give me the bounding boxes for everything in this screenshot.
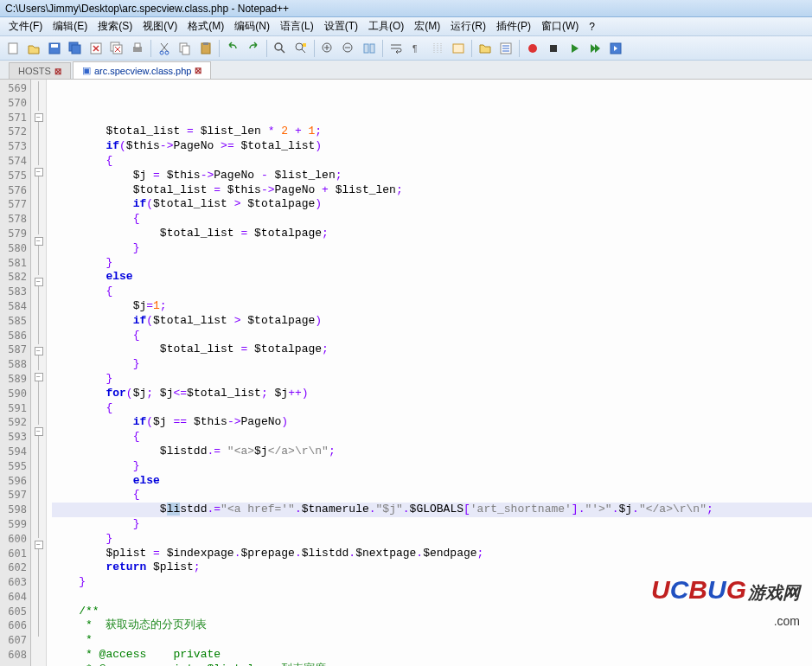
save-all-icon[interactable] <box>66 39 85 58</box>
menu-search[interactable]: 搜索(S) <box>93 17 137 35</box>
sync-scroll-icon[interactable] <box>360 39 379 58</box>
tab-label: HOSTS <box>18 66 51 76</box>
cut-icon[interactable] <box>155 39 174 58</box>
menu-settings[interactable]: 设置(T) <box>319 17 363 35</box>
user-lang-icon[interactable] <box>449 39 468 58</box>
svg-rect-13 <box>182 46 189 54</box>
undo-icon[interactable] <box>223 39 242 58</box>
folder-view-icon[interactable] <box>476 39 495 58</box>
menu-run[interactable]: 运行(R) <box>445 17 491 35</box>
svg-rect-22 <box>370 44 374 53</box>
toolbar-separator <box>314 40 315 57</box>
menu-format[interactable]: 格式(M) <box>182 17 229 35</box>
line-number-gutter: 5695705715725735745755765775785795805815… <box>0 80 31 666</box>
open-file-icon[interactable] <box>24 39 43 58</box>
file-icon: ▣ <box>82 65 91 76</box>
redo-icon[interactable] <box>244 39 263 58</box>
menu-view[interactable]: 视图(V) <box>137 17 182 35</box>
new-file-icon[interactable] <box>3 39 22 58</box>
menu-edit[interactable]: 编辑(E) <box>48 17 93 35</box>
svg-point-11 <box>165 51 169 54</box>
close-tab-icon[interactable]: ⊠ <box>195 66 201 75</box>
menu-file[interactable]: 文件(F) <box>3 17 48 35</box>
svg-point-26 <box>528 44 537 53</box>
svg-rect-15 <box>203 42 208 45</box>
tab-label: arc.specview.class.php <box>94 66 192 76</box>
wordwrap-icon[interactable] <box>387 39 406 58</box>
menu-tools[interactable]: 工具(O) <box>363 17 409 35</box>
macro-play-icon[interactable] <box>565 39 584 58</box>
copy-icon[interactable] <box>176 39 195 58</box>
svg-rect-9 <box>135 43 140 48</box>
toolbar-separator <box>150 40 151 57</box>
macro-save-icon[interactable] <box>606 39 625 58</box>
toolbar-separator <box>519 40 520 57</box>
toolbar-separator <box>382 40 383 57</box>
toolbar-separator <box>471 40 472 57</box>
window-title: C:\Users\Jimmy\Desktop\arc.specview.clas… <box>5 3 289 15</box>
tab-hosts[interactable]: HOSTS ⊠ <box>9 62 71 79</box>
menu-help[interactable]: ? <box>584 19 600 35</box>
menu-bar: 文件(F) 编辑(E) 搜索(S) 视图(V) 格式(M) 编码(N) 语言(L… <box>0 17 812 36</box>
svg-rect-18 <box>303 43 306 47</box>
svg-rect-2 <box>51 44 58 48</box>
svg-rect-0 <box>9 43 17 54</box>
function-list-icon[interactable] <box>496 39 515 58</box>
fold-gutter: −−−−−−−− <box>31 80 47 666</box>
svg-point-17 <box>296 43 303 50</box>
menu-macro[interactable]: 宏(M) <box>409 17 445 35</box>
close-all-icon[interactable] <box>107 39 126 58</box>
menu-plugins[interactable]: 插件(P) <box>491 17 536 35</box>
editor-area: 5695705715725735745755765775785795805815… <box>0 80 812 666</box>
show-chars-icon[interactable]: ¶ <box>407 39 426 58</box>
svg-rect-27 <box>550 45 557 52</box>
find-icon[interactable] <box>271 39 290 58</box>
print-icon[interactable] <box>128 39 147 58</box>
zoom-out-icon[interactable] <box>339 39 358 58</box>
window-titlebar: C:\Users\Jimmy\Desktop\arc.specview.clas… <box>0 0 812 17</box>
svg-rect-21 <box>364 44 368 53</box>
menu-window[interactable]: 窗口(W) <box>536 17 584 35</box>
toolbar: ¶ <box>0 36 812 61</box>
svg-text:¶: ¶ <box>412 44 417 54</box>
tab-specview[interactable]: ▣ arc.specview.class.php ⊠ <box>73 61 212 79</box>
paste-icon[interactable] <box>196 39 215 58</box>
svg-rect-24 <box>453 44 464 53</box>
close-icon[interactable] <box>86 39 105 58</box>
svg-point-10 <box>160 51 163 54</box>
menu-encoding[interactable]: 编码(N) <box>229 17 275 35</box>
close-tab-icon[interactable]: ⊠ <box>54 67 61 76</box>
save-icon[interactable] <box>45 39 64 58</box>
macro-play-multi-icon[interactable] <box>585 39 604 58</box>
macro-record-icon[interactable] <box>523 39 542 58</box>
tab-bar: HOSTS ⊠ ▣ arc.specview.class.php ⊠ <box>0 61 812 80</box>
code-area[interactable]: $total_list = $list_len * 2 + 1; if($thi… <box>47 80 812 666</box>
svg-point-16 <box>275 43 282 50</box>
zoom-in-icon[interactable] <box>318 39 337 58</box>
toolbar-separator <box>219 40 220 57</box>
menu-language[interactable]: 语言(L) <box>275 17 319 35</box>
toolbar-separator <box>266 40 267 57</box>
replace-icon[interactable] <box>291 39 310 58</box>
macro-stop-icon[interactable] <box>544 39 563 58</box>
indent-guide-icon[interactable] <box>428 39 447 58</box>
svg-rect-4 <box>72 45 80 54</box>
